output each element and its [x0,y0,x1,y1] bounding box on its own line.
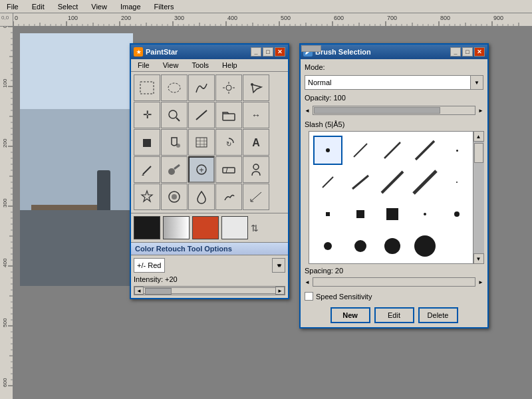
tool-text[interactable]: A [243,129,269,156]
brush-cell-12[interactable] [378,200,407,229]
mode-combo-box[interactable]: Normal [305,75,483,90]
ps-menu-help[interactable]: Help [218,61,241,70]
fg-color-swatch[interactable] [134,216,160,239]
tool-move[interactable]: ✛ [134,102,160,128]
spacing-slider[interactable] [313,277,475,287]
ps-menu-view[interactable]: View [159,61,183,70]
opacity-row: Opacity: 100 [305,94,483,102]
paintstar-close-btn[interactable]: ✕ [275,47,285,57]
tool-open-folder[interactable] [215,102,242,128]
tool-pencil[interactable] [134,156,160,183]
tool-color-pick[interactable] [134,129,160,156]
brush-maximize-btn[interactable]: □ [462,47,473,57]
pattern-swatch[interactable] [221,216,248,239]
paintstar-maximize-btn[interactable]: □ [263,47,273,57]
tool-brush[interactable] [161,156,188,183]
retouch-intensity-label: Intensity: +20 [134,275,178,283]
brush-grid[interactable] [309,131,477,264]
edit-button[interactable]: Edit [374,307,414,323]
tool-clone[interactable]: + [188,156,215,183]
opacity-scroll-right[interactable]: ► [478,108,483,114]
retouch-scroll-left[interactable]: ◄ [134,287,144,295]
brush-cell-11[interactable] [346,200,375,229]
svg-text:+: + [199,166,203,175]
paintstar-minimize-btn[interactable]: _ [251,47,261,57]
ruler-vertical [0,27,13,399]
gradient-swatch[interactable] [163,216,190,239]
brush-cell-1[interactable] [346,136,375,165]
tool-lasso[interactable] [161,74,188,101]
tool-erase[interactable] [215,156,242,183]
brush-cell-14[interactable] [442,200,471,229]
tool-rect-select[interactable] [134,74,160,101]
mode-combo-arrow[interactable]: ▼ [470,75,483,90]
brush-cell-10[interactable] [313,200,342,229]
svg-point-31 [253,164,259,170]
texture-swatch[interactable] [192,216,219,239]
speed-sensitivity-checkbox[interactable] [305,292,313,301]
tool-free-select[interactable] [188,74,215,101]
tool-person[interactable] [243,156,269,183]
brush-cell-16[interactable] [346,231,375,261]
speed-sensitivity-label: Speed Sensitivity [316,293,372,301]
tool-smudge[interactable] [215,184,242,210]
opacity-scroll-left[interactable]: ◄ [305,108,310,114]
tool-resize[interactable]: ↔ [243,102,269,128]
brush-cell-3[interactable] [410,136,440,165]
menu-view[interactable]: View [87,1,111,12]
menu-image[interactable]: Image [116,1,145,12]
color-swap-arrow[interactable]: ⇅ [251,223,259,233]
tool-magic-wand[interactable] [215,74,242,101]
brush-scroll-up[interactable]: ▲ [473,131,484,142]
brush-cell-5[interactable] [313,168,342,197]
menu-select[interactable]: Select [54,1,82,12]
brush-scroll-track[interactable] [473,142,484,253]
spacing-scroll-left[interactable]: ◄ [305,279,310,285]
brush-button-row: New Edit Delete [301,303,487,327]
spacing-scroll-right[interactable]: ► [478,279,483,285]
brush-scroll-down[interactable]: ▼ [473,253,484,264]
tool-measure[interactable] [243,184,269,210]
tool-water-drop[interactable] [188,184,215,210]
brush-cell-9[interactable] [442,168,471,197]
ps-menu-tools[interactable]: Tools [188,61,213,70]
brush-cell-6[interactable] [346,168,375,197]
new-button[interactable]: New [331,307,370,323]
brush-cell-18[interactable] [410,231,440,261]
tool-stamp[interactable] [134,184,160,210]
svg-point-25 [168,168,175,175]
tool-zoom[interactable] [161,102,188,128]
ps-menu-file[interactable]: File [134,61,154,70]
brush-cell-7[interactable] [378,168,407,197]
tool-path-select[interactable] [243,74,269,101]
delete-button[interactable]: Delete [418,307,458,323]
menu-filters[interactable]: Filters [150,1,178,12]
paintstar-titlebar[interactable]: ★ PaintStar _ □ ✕ [131,45,288,59]
retouch-scrollbar[interactable]: ◄ ► [134,286,285,295]
tool-paint-bucket[interactable] [161,184,188,210]
tool-pattern[interactable] [188,129,215,156]
retouch-scroll-thumb[interactable] [145,288,172,295]
retouch-mode-select[interactable]: +/- Red [134,258,165,273]
spacing-slider-thumb[interactable] [301,45,321,52]
tool-bucket[interactable] [161,129,188,156]
menu-edit[interactable]: Edit [28,1,49,12]
brush-cell-8[interactable] [410,168,440,197]
brush-cell-2[interactable] [378,136,407,165]
brush-cell-17[interactable] [378,231,407,261]
brush-scroll-thumb[interactable] [474,143,483,163]
brush-titlebar[interactable]: 🖌 Brush Selection _ □ ✕ [301,45,487,59]
retouch-scroll-right[interactable]: ► [275,287,285,295]
opacity-slider-thumb[interactable] [314,107,440,114]
brush-minimize-btn[interactable]: _ [450,47,461,57]
tool-line[interactable] [188,102,215,128]
brush-cell-4[interactable] [442,136,471,165]
brush-close-btn[interactable]: ✕ [474,47,485,57]
brush-cell-0[interactable] [313,136,342,165]
retouch-mode-arrow[interactable]: ▼ [272,258,285,273]
opacity-slider-track[interactable] [313,106,475,115]
brush-cell-15[interactable] [313,231,342,261]
brush-cell-13[interactable] [410,200,440,229]
menu-file[interactable]: File [3,1,23,12]
tool-rotate[interactable]: ↻ [215,129,242,156]
